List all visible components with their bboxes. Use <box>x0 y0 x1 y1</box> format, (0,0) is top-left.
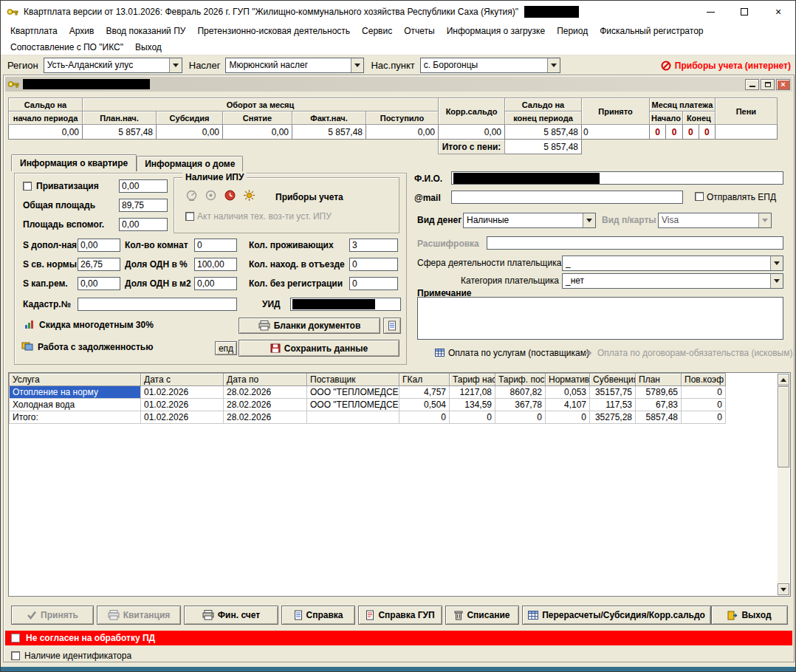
meters-internet-link[interactable]: Приборы учета (интернет) <box>661 61 791 71</box>
child-restore-button[interactable] <box>761 79 775 90</box>
spravka-gup-button[interactable]: Справка ГУП <box>358 606 442 625</box>
away-field[interactable] <box>349 258 398 271</box>
menubar-item[interactable]: Ввод показаний ПУ <box>100 24 191 38</box>
menubar-item[interactable]: Архив <box>64 24 100 38</box>
services-cell[interactable]: 0 <box>682 386 726 399</box>
settlement-select[interactable]: с. Борогонцы <box>420 58 560 73</box>
menubar-item[interactable]: Претензионно-исковая деятельность <box>191 24 356 38</box>
total-area-field[interactable] <box>119 199 168 212</box>
menubar-item[interactable]: Выход <box>129 40 168 55</box>
services-cell[interactable]: 5857,48 <box>636 411 682 424</box>
services-cell[interactable]: 1217,08 <box>450 386 495 399</box>
services-cell[interactable]: 35157,75 <box>590 386 636 399</box>
decode-field[interactable] <box>487 236 783 250</box>
note-textarea[interactable] <box>417 297 783 340</box>
services-header-cell[interactable]: ГКал <box>399 374 450 386</box>
send-epd-checkbox[interactable] <box>695 192 704 201</box>
act-ipu-checkbox[interactable] <box>185 212 194 221</box>
services-cell[interactable]: 134,59 <box>450 399 495 411</box>
service-row[interactable]: Холодная вода 01.02.2026 28.02.2026 ООО … <box>10 399 778 411</box>
epd-button[interactable]: епд <box>215 341 237 355</box>
menubar-item[interactable]: Информация о загрузке <box>441 24 551 38</box>
writeoff-button[interactable]: Списание <box>445 606 519 625</box>
services-cell[interactable]: 0 <box>682 411 726 424</box>
services-cell[interactable]: 367,78 <box>495 399 546 411</box>
maximize-button[interactable] <box>727 1 761 23</box>
s-over-field[interactable] <box>78 258 120 271</box>
services-cell[interactable]: 117,53 <box>590 399 636 411</box>
close-button[interactable]: × <box>761 1 795 23</box>
dropdown-button[interactable] <box>583 213 595 227</box>
month-start-month-value[interactable]: 0 <box>650 125 666 140</box>
services-cell[interactable]: 8607,82 <box>495 386 546 399</box>
peni-value[interactable] <box>715 125 777 140</box>
scrollbar-thumb[interactable] <box>778 386 789 467</box>
services-cell[interactable]: 0 <box>495 411 546 424</box>
services-cell[interactable]: 67,83 <box>636 399 682 411</box>
services-header-cell[interactable]: Тариф нас. <box>450 374 495 386</box>
services-cell[interactable]: 4,107 <box>546 399 590 411</box>
exit-button[interactable]: Выход <box>711 606 788 625</box>
menubar-item[interactable]: Сервис <box>356 24 398 38</box>
odn-pct-field[interactable] <box>194 258 237 271</box>
dropdown-button[interactable] <box>351 58 363 72</box>
services-cell[interactable]: 28.02.2026 <box>224 399 307 411</box>
vertical-scrollbar[interactable] <box>778 374 789 595</box>
card-type-select[interactable]: Visa <box>658 213 772 228</box>
region-select[interactable]: Усть-Алданский улус <box>44 58 182 73</box>
services-cell[interactable]: 0,053 <box>546 386 590 399</box>
services-header-cell[interactable]: Пов.коэф <box>682 374 726 386</box>
unregistered-field[interactable] <box>349 277 398 290</box>
month-start-year-value[interactable]: 0 <box>666 125 682 140</box>
cadastre-field[interactable] <box>78 298 237 311</box>
money-type-select[interactable]: Наличные <box>463 213 596 228</box>
document-blanks-button[interactable]: Бланки документов <box>239 318 380 334</box>
privatization-checkbox[interactable] <box>23 182 32 191</box>
payer-sphere-select[interactable]: _ <box>562 256 783 271</box>
nasleg-select[interactable]: Мюрюнский наслег <box>225 58 364 73</box>
services-cell[interactable]: ООО "ТЕПЛОМЕДСЕРВИ <box>307 386 399 399</box>
services-cell[interactable]: 01.02.2026 <box>141 411 224 424</box>
services-cell[interactable]: 01.02.2026 <box>141 399 224 411</box>
services-cell[interactable]: 4,757 <box>399 386 450 399</box>
dropdown-button[interactable] <box>770 256 783 270</box>
service-row[interactable]: Отопление на норму 01.02.2026 28.02.2026… <box>10 386 778 399</box>
services-header-cell[interactable]: Дата с <box>141 374 224 386</box>
services-cell[interactable] <box>307 411 399 424</box>
privatization-field[interactable] <box>119 179 168 193</box>
s-cap-field[interactable] <box>78 277 120 290</box>
receipt-button[interactable]: Квитанция <box>97 606 181 625</box>
spravka-button[interactable]: Справка <box>281 606 355 625</box>
services-header-cell[interactable]: Услуга <box>10 374 141 386</box>
services-cell[interactable]: Отопление на норму <box>10 386 141 399</box>
scroll-up-button[interactable] <box>778 374 789 385</box>
fin-account-button[interactable]: Фин. счет <box>184 606 278 625</box>
discount-label[interactable]: Скидка многодетным 30% <box>39 320 154 330</box>
aux-area-field[interactable] <box>119 218 168 231</box>
pay-by-contracts-link[interactable]: Оплата по договорам-обязательства (исков… <box>597 348 792 358</box>
child-minimize-button[interactable] <box>745 79 759 90</box>
tab-apartment-info[interactable]: Информация о квартире <box>11 154 137 171</box>
dropdown-button[interactable] <box>758 213 771 227</box>
odn-m2-field[interactable] <box>194 277 237 290</box>
services-cell[interactable]: 0 <box>546 411 590 424</box>
dropdown-button[interactable] <box>169 58 182 72</box>
payer-category-select[interactable]: _нет <box>562 273 783 289</box>
save-data-button[interactable]: Сохранить данные <box>239 340 399 357</box>
minimize-button[interactable] <box>693 1 727 23</box>
services-cell[interactable]: Холодная вода <box>10 399 141 411</box>
accept-button[interactable]: Принять <box>11 606 94 625</box>
dropdown-button[interactable] <box>547 58 560 72</box>
menubar-item[interactable]: Сопоставление с ПО "ИКС" <box>4 40 129 55</box>
services-cell[interactable]: 01.02.2026 <box>141 386 224 399</box>
month-end-year-value[interactable]: 0 <box>699 125 715 140</box>
document-button[interactable] <box>383 318 401 334</box>
mail-field[interactable] <box>451 191 683 204</box>
services-cell[interactable]: 35275,28 <box>590 411 636 424</box>
scroll-down-button[interactable] <box>778 583 789 595</box>
services-cell[interactable]: ООО "ТЕПЛОМЕДСЕРВИ <box>307 399 399 411</box>
s-add-field[interactable] <box>78 239 120 252</box>
child-close-button[interactable]: × <box>776 79 790 90</box>
accepted-input[interactable] <box>582 126 649 138</box>
services-cell[interactable]: 28.02.2026 <box>224 411 307 424</box>
